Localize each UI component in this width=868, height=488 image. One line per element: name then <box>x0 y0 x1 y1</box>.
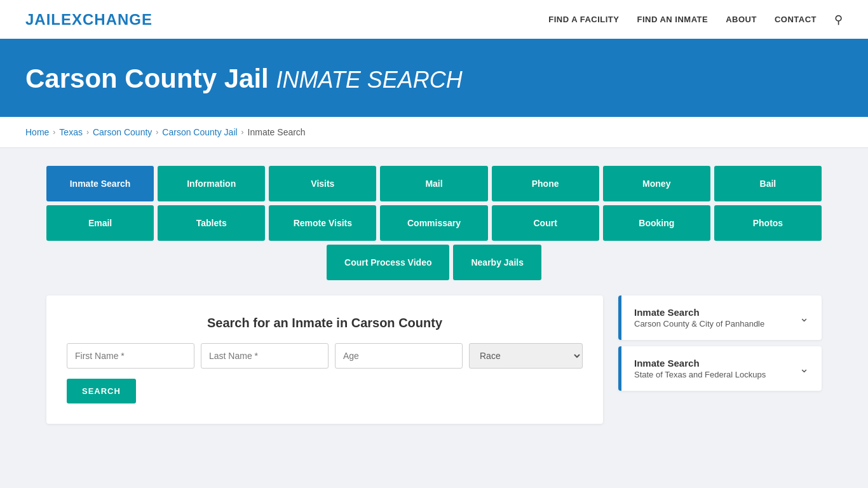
tab-booking[interactable]: Booking <box>603 205 710 241</box>
first-name-input[interactable] <box>67 343 194 369</box>
nav-button-row1: Inmate Search Information Visits Mail Ph… <box>46 166 822 201</box>
tab-court[interactable]: Court <box>492 205 599 241</box>
right-sidebar: Inmate Search Carson County & City of Pa… <box>618 295 822 397</box>
tab-money[interactable]: Money <box>603 166 710 201</box>
header-search-icon[interactable]: ⚲ <box>834 13 843 27</box>
tab-court-process-video[interactable]: Court Process Video <box>327 245 449 280</box>
accordion-state-subtitle: State of Texas and Federal Lockups <box>634 370 766 379</box>
breadcrumb-current: Inmate Search <box>248 127 306 137</box>
breadcrumb-county[interactable]: Carson County <box>93 127 152 137</box>
logo-jail: JAIL <box>25 11 61 28</box>
tab-inmate-search[interactable]: Inmate Search <box>46 166 154 201</box>
last-name-input[interactable] <box>201 343 329 369</box>
accordion-state-text: Inmate Search State of Texas and Federal… <box>634 358 766 379</box>
site-logo[interactable]: JAILEXCHANGE <box>25 11 153 29</box>
accordion-county-chevron-icon: ⌄ <box>799 311 809 325</box>
left-column: Search for an Inmate in Carson County Ra… <box>46 295 603 424</box>
page-title: Carson County Jail INMATE SEARCH <box>25 64 843 94</box>
breadcrumb-chevron-2: › <box>86 128 89 137</box>
nav-button-row2: Email Tablets Remote Visits Commissary C… <box>46 205 822 241</box>
nav-find-inmate[interactable]: FIND AN INMATE <box>637 15 708 24</box>
nav-button-row3: Court Process Video Nearby Jails <box>46 245 822 280</box>
tab-commissary[interactable]: Commissary <box>380 205 487 241</box>
page-title-bold: Carson County Jail <box>25 64 269 93</box>
tab-visits[interactable]: Visits <box>269 166 376 201</box>
search-card-title: Search for an Inmate in Carson County <box>67 316 583 330</box>
search-fields: Race White Black Hispanic Asian Other <box>67 343 583 369</box>
nav-about[interactable]: ABOUT <box>726 15 757 24</box>
nav-contact[interactable]: CONTACT <box>775 15 817 24</box>
accordion-county-text: Inmate Search Carson County & City of Pa… <box>634 307 764 329</box>
tab-phone[interactable]: Phone <box>492 166 599 201</box>
breadcrumb-chevron-4: › <box>241 128 244 137</box>
accordion-county-subtitle: Carson County & City of Panhandle <box>634 319 764 329</box>
accordion-state-title: Inmate Search <box>634 358 766 369</box>
breadcrumb-chevron-3: › <box>156 128 158 137</box>
tab-nearby-jails[interactable]: Nearby Jails <box>453 245 541 280</box>
nav-find-facility[interactable]: FIND A FACILITY <box>548 15 619 24</box>
main-content: Inmate Search Information Visits Mail Ph… <box>21 148 847 442</box>
site-header: JAILEXCHANGE FIND A FACILITY FIND AN INM… <box>0 0 868 41</box>
tab-photos[interactable]: Photos <box>714 205 822 241</box>
breadcrumb-jail[interactable]: Carson County Jail <box>162 127 237 137</box>
breadcrumb: Home › Texas › Carson County › Carson Co… <box>0 117 868 148</box>
search-card: Search for an Inmate in Carson County Ra… <box>46 295 603 424</box>
content-layout: Search for an Inmate in Carson County Ra… <box>46 295 822 424</box>
breadcrumb-texas[interactable]: Texas <box>59 127 83 137</box>
page-title-italic: INMATE SEARCH <box>276 67 462 93</box>
tab-mail[interactable]: Mail <box>380 166 487 201</box>
tab-bail[interactable]: Bail <box>714 166 822 201</box>
tab-information[interactable]: Information <box>158 166 265 201</box>
accordion-county-header[interactable]: Inmate Search Carson County & City of Pa… <box>618 295 822 340</box>
hero-banner: Carson County Jail INMATE SEARCH <box>0 41 868 117</box>
tab-remote-visits[interactable]: Remote Visits <box>269 205 376 241</box>
accordion-state: Inmate Search State of Texas and Federal… <box>618 346 822 391</box>
tab-email[interactable]: Email <box>46 205 154 241</box>
accordion-county: Inmate Search Carson County & City of Pa… <box>618 295 822 340</box>
race-select[interactable]: Race White Black Hispanic Asian Other <box>469 343 583 369</box>
breadcrumb-chevron-1: › <box>53 128 55 137</box>
tab-tablets[interactable]: Tablets <box>158 205 265 241</box>
search-submit-button[interactable]: SEARCH <box>67 379 136 403</box>
accordion-state-chevron-icon: ⌄ <box>799 362 809 376</box>
accordion-state-header[interactable]: Inmate Search State of Texas and Federal… <box>618 346 822 391</box>
age-input[interactable] <box>335 343 463 369</box>
accordion-county-title: Inmate Search <box>634 307 764 318</box>
breadcrumb-home[interactable]: Home <box>25 127 49 137</box>
logo-exchange: EXCHANGE <box>61 11 153 28</box>
main-nav: FIND A FACILITY FIND AN INMATE ABOUT CON… <box>548 13 843 27</box>
